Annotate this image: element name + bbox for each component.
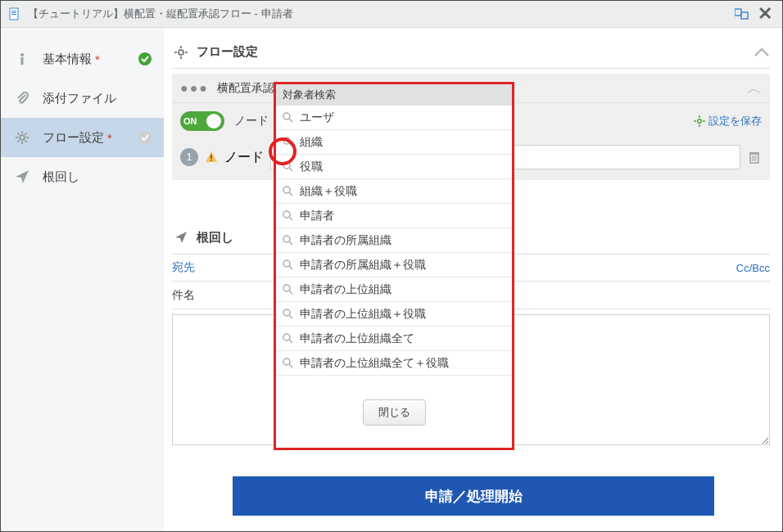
ccbcc-link[interactable]: Cc/Bcc [736, 262, 770, 274]
search-icon [283, 186, 293, 196]
svg-line-57 [289, 364, 292, 367]
popup-item[interactable]: 組織＋役職 [276, 179, 512, 204]
close-icon[interactable]: ✕ [754, 2, 776, 25]
save-settings-link[interactable]: 設定を保存 [694, 114, 762, 128]
svg-point-44 [283, 211, 290, 218]
paperclip-icon [11, 91, 33, 106]
sidebar-item-flow-settings[interactable]: フロー設定 * [0, 118, 164, 157]
svg-point-42 [283, 187, 290, 193]
trash-icon[interactable] [747, 150, 762, 165]
search-icon [283, 284, 293, 295]
svg-rect-29 [210, 155, 212, 159]
popup-item[interactable]: 組織 [276, 130, 512, 155]
svg-point-52 [283, 309, 290, 316]
svg-rect-4 [735, 9, 741, 16]
send-icon [11, 169, 33, 184]
svg-line-14 [18, 133, 20, 135]
submit-label: 申請／処理開始 [425, 487, 523, 506]
svg-point-40 [283, 162, 290, 169]
svg-rect-32 [749, 152, 759, 154]
svg-rect-5 [741, 12, 748, 19]
popup-item[interactable]: 申請者の上位組織 [276, 277, 512, 302]
svg-line-53 [289, 315, 292, 318]
panel-title: 根回し [197, 230, 233, 246]
popup-footer: 閉じる [276, 388, 512, 445]
sidebar-item-label: 添付ファイル [43, 91, 116, 106]
popup-item-label: 組織 [300, 135, 323, 150]
search-icon [283, 333, 293, 344]
search-icon [283, 235, 293, 246]
document-icon [8, 7, 21, 20]
to-link[interactable]: 宛先 [172, 260, 213, 275]
pending-icon [138, 130, 152, 145]
popup-item[interactable]: 申請者の所属組織＋役職 [276, 253, 512, 277]
svg-rect-3 [11, 14, 16, 15]
popup-item[interactable]: 申請者の上位組織全て [276, 327, 512, 351]
svg-line-49 [289, 266, 292, 269]
page-title: 【チュートリアル】横配置・縦配置承認フロー - 申請者 [28, 7, 731, 21]
popup-item-label: 申請者の上位組織全て [300, 331, 414, 346]
popup-title: 対象者検索 [276, 84, 512, 106]
svg-line-37 [289, 119, 292, 122]
required-mark: * [95, 52, 100, 66]
popup-item[interactable]: 申請者 [276, 204, 512, 228]
popup-item[interactable]: ユーザ [276, 106, 512, 130]
node-label: ノード [224, 149, 264, 166]
svg-rect-2 [11, 12, 16, 13]
sidebar: 基本情報 * 添付ファイル フロー設定 * 根回し [0, 28, 164, 532]
popup-list[interactable]: ユーザ組織役職組織＋役職申請者申請者の所属組織申請者の所属組織＋役職申請者の上位… [276, 106, 512, 388]
svg-line-55 [289, 340, 292, 343]
popup-item[interactable]: 申請者の所属組織 [276, 228, 512, 253]
row-label: 横配置承認 [217, 81, 274, 96]
subject-label: 件名 [172, 288, 213, 303]
sidebar-item-label: 根回し [43, 169, 79, 185]
svg-line-39 [289, 143, 292, 147]
search-icon [283, 112, 293, 123]
node-toggle[interactable]: ON [180, 111, 224, 131]
svg-point-8 [138, 52, 152, 65]
svg-rect-1 [11, 11, 16, 11]
flow-settings-header[interactable]: フロー設定 [172, 36, 770, 69]
popup-item-label: 申請者の所属組織＋役職 [300, 258, 426, 273]
send-icon [172, 231, 190, 244]
popup-close-button[interactable]: 閉じる [363, 399, 426, 426]
popup-item-label: 役職 [300, 160, 323, 174]
popup-item[interactable]: 申請者の上位組織全て＋役職 [276, 351, 512, 376]
svg-point-18 [138, 131, 152, 144]
save-link-label: 設定を保存 [708, 114, 762, 128]
search-icon [283, 137, 293, 147]
popup-item[interactable]: 役職 [276, 155, 512, 179]
sidebar-item-basic-info[interactable]: 基本情報 * [0, 39, 164, 79]
svg-line-43 [289, 192, 292, 196]
submit-button[interactable]: 申請／処理開始 [233, 476, 714, 516]
svg-point-6 [20, 53, 24, 56]
svg-line-17 [25, 133, 27, 135]
gear-small-icon [694, 115, 705, 127]
search-icon [283, 259, 293, 270]
svg-point-50 [283, 285, 290, 291]
panel-title: フロー設定 [197, 44, 258, 60]
svg-line-51 [289, 291, 292, 294]
dots-icon: ●●● [180, 81, 209, 96]
info-icon [11, 52, 33, 66]
popup-item[interactable]: 申請者の上位組織＋役職 [276, 302, 512, 327]
warning-icon [205, 151, 218, 164]
svg-point-56 [283, 358, 290, 365]
target-search-popup: 対象者検索 ユーザ組織役職組織＋役職申請者申請者の所属組織申請者の所属組織＋役職… [274, 82, 514, 450]
svg-rect-7 [21, 57, 24, 65]
search-icon [283, 309, 293, 319]
popup-item-label: 申請者 [300, 209, 334, 223]
toggle-label: ON [183, 116, 197, 126]
external-icon[interactable] [731, 2, 754, 25]
svg-line-47 [289, 241, 292, 245]
svg-point-46 [283, 236, 290, 242]
sidebar-item-label: 基本情報 [43, 52, 92, 67]
sidebar-item-attachments[interactable]: 添付ファイル [0, 79, 164, 118]
svg-point-24 [698, 119, 702, 124]
search-icon [283, 161, 293, 172]
popup-item-label: ユーザ [300, 110, 334, 125]
chevron-up-icon [754, 47, 770, 57]
sidebar-item-nemawashi[interactable]: 根回し [0, 157, 164, 196]
check-icon [138, 52, 152, 66]
popup-item-label: 申請者の所属組織 [300, 233, 392, 248]
